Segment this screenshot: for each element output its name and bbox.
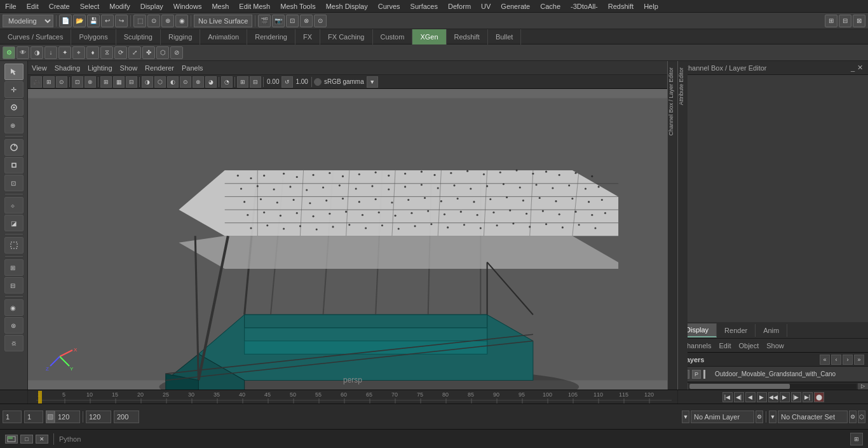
pb-record-btn[interactable]: ⬤ (814, 392, 824, 402)
win-restore-btn[interactable]: □ (20, 435, 33, 444)
python-input[interactable] (86, 435, 845, 443)
xgen-icon-hide[interactable]: ◑ (31, 46, 43, 59)
vp-ao-btn[interactable]: ⊗ (193, 76, 204, 88)
menu-file[interactable]: File (0, 1, 22, 11)
undo-btn[interactable]: ↩ (101, 15, 114, 27)
vp-env-btn[interactable]: ◔ (221, 76, 233, 88)
xgen-icon-add[interactable]: ↓ (44, 46, 57, 59)
xgen-icon-settings[interactable]: ⚙ (3, 46, 15, 59)
xgen-icon-tool4[interactable]: ✤ (142, 46, 155, 59)
tool-c[interactable] (4, 237, 24, 254)
menu-create[interactable]: Create (44, 1, 75, 11)
pb-prev-btn[interactable]: ◀ (745, 392, 756, 402)
layout2-btn[interactable]: ⊟ (839, 15, 851, 27)
soft-sel-btn[interactable]: ◉ (175, 15, 188, 27)
vp-grid-btn[interactable]: ⊞ (100, 76, 112, 88)
layout3-btn[interactable]: ⊠ (853, 15, 865, 27)
vp-menu-lighting[interactable]: Lighting (88, 64, 112, 72)
anim-end-input[interactable] (86, 411, 111, 423)
python-settings-btn[interactable]: ⊞ (850, 433, 863, 445)
scale-tool[interactable] (4, 157, 24, 173)
xgen-icon-tool6[interactable]: ⊘ (170, 46, 183, 59)
tab-redshift[interactable]: Redshift (447, 29, 488, 44)
vp-record-btn[interactable]: ⊙ (56, 76, 67, 88)
xgen-icon-edit[interactable]: ✦ (58, 46, 71, 59)
vp-grid3-btn[interactable]: ⊟ (126, 76, 137, 88)
xgen-icon-view[interactable]: 👁 (17, 46, 29, 59)
vp-colorspace-arrow[interactable]: ▼ (367, 76, 378, 88)
char-set-arrow[interactable]: ▼ (769, 411, 776, 423)
current-frame-input[interactable] (3, 411, 22, 423)
tab-rendering[interactable]: Rendering (247, 29, 295, 44)
open-scene-btn[interactable]: 📂 (73, 15, 86, 27)
tool-d[interactable]: ⊞ (4, 259, 24, 276)
tab-sculpting[interactable]: Sculpting (116, 29, 161, 44)
render2-btn[interactable]: 📷 (272, 15, 285, 27)
tab-curves-surfaces[interactable]: Curves / Surfaces (0, 29, 71, 44)
paint-tool[interactable] (4, 99, 24, 116)
vp-menu-renderer[interactable]: Renderer (145, 64, 174, 72)
rp-scroll-right-btn[interactable]: ▷ (858, 383, 868, 390)
rp-scrollbar[interactable]: ◁ ▷ (678, 382, 868, 390)
snap-tool[interactable]: ⊡ (4, 175, 24, 191)
tool-h[interactable]: ⛭ (4, 335, 24, 351)
layer-edit-icon[interactable] (703, 370, 712, 379)
rp-tab-anim[interactable]: Anim (756, 324, 787, 337)
vp-grid2-btn[interactable]: ▦ (113, 76, 125, 88)
menu-windows[interactable]: Windows (168, 1, 207, 11)
vp-menu-view[interactable]: View (32, 64, 47, 72)
tool-a[interactable]: ⟐ (4, 197, 24, 214)
select-tool[interactable] (4, 64, 24, 80)
layout-btn[interactable]: ⊞ (825, 15, 837, 27)
xgen-icon-guide[interactable]: ⌖ (72, 46, 85, 59)
vp-wire-btn[interactable]: ⬡ (154, 76, 166, 88)
xgen-icon-tool3[interactable]: ⤢ (128, 46, 141, 59)
vp-menu-show[interactable]: Show (120, 64, 138, 72)
menu-surfaces[interactable]: Surfaces (405, 1, 443, 11)
tab-xgen[interactable]: XGen (412, 29, 446, 44)
redo-btn[interactable]: ↪ (115, 15, 128, 27)
rp-sm-show[interactable]: Show (766, 342, 784, 350)
char-set-extra[interactable]: ⬡ (858, 411, 865, 423)
lasso-btn[interactable]: ⊙ (147, 15, 160, 27)
rp-sm-object[interactable]: Object (738, 342, 759, 350)
pb-end-btn[interactable]: ▶| (803, 392, 813, 402)
paint-sel-btn[interactable]: ⊕ (161, 15, 174, 27)
win-close-btn[interactable]: ✕ (36, 435, 48, 444)
new-scene-btn[interactable]: 📄 (59, 15, 72, 27)
menu-cache[interactable]: Cache (535, 1, 566, 11)
xgen-icon-tool1[interactable]: ⧖ (100, 46, 113, 59)
tool-e[interactable]: ⊟ (4, 277, 24, 294)
tab-custom[interactable]: Custom (373, 29, 413, 44)
menu-curves[interactable]: Curves (373, 1, 405, 11)
tab-bullet[interactable]: Bullet (488, 29, 522, 44)
vp-snap2-btn[interactable]: ⊗ (85, 76, 96, 88)
xgen-icon-tool5[interactable]: ⬡ (156, 46, 169, 59)
vp-hud-btn[interactable]: ⊞ (237, 76, 248, 88)
vp-camera-btn[interactable]: 🎥 (31, 76, 42, 88)
tab-rigging[interactable]: Rigging (161, 29, 200, 44)
rp-minimize-btn[interactable]: _ (851, 64, 855, 72)
menu-3dtoall[interactable]: -3DtoAll- (566, 1, 603, 11)
menu-select[interactable]: Select (75, 1, 105, 11)
viewport-canvas[interactable]: persp X Y Z (28, 89, 677, 390)
menu-edit-mesh[interactable]: Edit Mesh (234, 1, 275, 11)
select-tool-btn[interactable]: ⬚ (133, 15, 146, 27)
rp-close-btn[interactable]: ✕ (857, 64, 863, 72)
vp-frame-btn[interactable]: ⊞ (43, 76, 55, 88)
render-btn[interactable]: 🎬 (258, 15, 271, 27)
channel-box-tab[interactable]: Channel Box / Layer Editor (667, 61, 677, 390)
menu-deform[interactable]: Deform (443, 1, 476, 11)
menu-mesh[interactable]: Mesh (207, 1, 234, 11)
tool-b[interactable]: ◪ (4, 215, 24, 231)
vp-shadow-btn[interactable]: ◕ (205, 76, 217, 88)
pb-next-btn[interactable]: ▶ (780, 392, 790, 402)
pb-next-key-btn[interactable]: |▶ (791, 392, 801, 402)
range-start-input[interactable] (24, 411, 43, 423)
attr-editor-tab[interactable]: Attribute Editor (677, 61, 688, 390)
tab-polygons[interactable]: Polygons (71, 29, 116, 44)
menu-edit[interactable]: Edit (22, 1, 44, 11)
live-surface-label[interactable]: No Live Surface (194, 15, 252, 27)
save-scene-btn[interactable]: 💾 (87, 15, 100, 27)
tab-fx[interactable]: FX (295, 29, 320, 44)
